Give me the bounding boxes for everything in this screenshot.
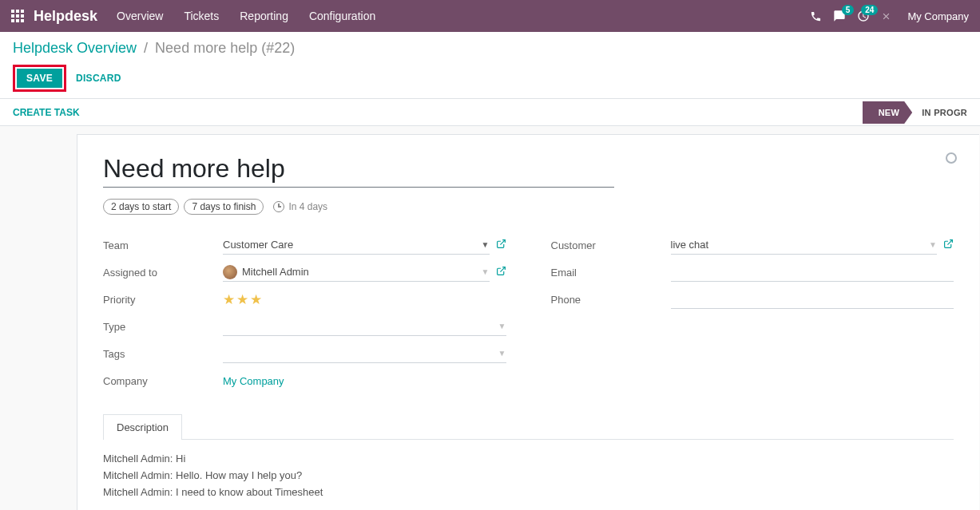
menu-reporting[interactable]: Reporting xyxy=(240,10,288,22)
save-button[interactable]: SAVE xyxy=(17,69,62,88)
team-label: Team xyxy=(103,239,223,251)
team-field[interactable]: ▼ xyxy=(223,235,490,255)
assigned-external-link-icon[interactable] xyxy=(496,266,506,279)
breadcrumb-current: Need more help (#22) xyxy=(155,40,295,56)
ticket-title-input[interactable] xyxy=(103,154,614,188)
desc-line: Mitchell Admin: Hi xyxy=(103,451,954,468)
close-tray-icon[interactable] xyxy=(881,11,891,22)
status-bar: CREATE TASK NEW IN PROGR xyxy=(0,99,980,126)
assigned-input[interactable] xyxy=(242,266,482,278)
menu-overview[interactable]: Overview xyxy=(117,10,163,22)
sla-start-pill[interactable]: 2 days to start xyxy=(103,199,179,215)
phone-input[interactable] xyxy=(671,293,954,305)
customer-label: Customer xyxy=(551,239,671,251)
main-navbar: Helpdesk Overview Tickets Reporting Conf… xyxy=(0,0,980,32)
activity-icon[interactable]: 24 xyxy=(857,10,870,22)
star-icon[interactable]: ★ xyxy=(223,291,235,308)
sla-deadline: In 4 days xyxy=(288,201,327,212)
team-input[interactable] xyxy=(223,239,482,251)
chevron-down-icon[interactable]: ▼ xyxy=(498,322,506,330)
priority-field[interactable]: ★ ★ ★ xyxy=(223,290,506,309)
email-field[interactable] xyxy=(671,263,954,282)
kanban-state-icon[interactable] xyxy=(946,152,957,164)
customer-input[interactable] xyxy=(671,239,930,251)
breadcrumb-parent[interactable]: Helpdesk Overview xyxy=(13,40,137,56)
chat-icon[interactable]: 5 xyxy=(833,10,846,22)
chat-badge: 5 xyxy=(842,5,855,15)
company-switcher[interactable]: My Company xyxy=(907,10,969,22)
create-task-button[interactable]: CREATE TASK xyxy=(13,107,80,118)
menu-configuration[interactable]: Configuration xyxy=(309,10,375,22)
type-label: Type xyxy=(103,321,223,333)
stage-in-progress[interactable]: IN PROGR xyxy=(906,101,980,124)
clock-icon xyxy=(273,201,284,212)
description-body[interactable]: Mitchell Admin: Hi Mitchell Admin: Hello… xyxy=(103,451,954,500)
sla-finish-pill[interactable]: 7 days to finish xyxy=(184,199,264,215)
chevron-down-icon[interactable]: ▼ xyxy=(482,240,490,249)
phone-label: Phone xyxy=(551,294,671,306)
star-icon[interactable]: ★ xyxy=(250,291,262,308)
email-input[interactable] xyxy=(671,266,954,278)
customer-external-link-icon[interactable] xyxy=(943,239,954,251)
avatar xyxy=(223,265,237,279)
team-external-link-icon[interactable] xyxy=(496,239,506,251)
customer-field[interactable]: ▼ xyxy=(671,235,938,255)
chevron-down-icon[interactable]: ▼ xyxy=(929,240,937,249)
save-highlight: SAVE xyxy=(13,65,66,92)
svg-line-0 xyxy=(500,240,505,245)
app-brand[interactable]: Helpdesk xyxy=(34,8,97,25)
desc-line: Mitchell Admin: I need to know about Tim… xyxy=(103,484,954,501)
tags-input[interactable] xyxy=(223,347,498,359)
discard-button[interactable]: DISCARD xyxy=(76,73,121,84)
svg-line-2 xyxy=(947,240,952,245)
tab-description[interactable]: Description xyxy=(103,414,182,440)
apps-icon[interactable] xyxy=(11,10,24,22)
type-field[interactable]: ▼ xyxy=(223,317,506,336)
assigned-field[interactable]: ▼ xyxy=(223,263,490,282)
star-icon[interactable]: ★ xyxy=(236,291,248,308)
chevron-down-icon[interactable]: ▼ xyxy=(498,349,506,358)
control-panel: Helpdesk Overview / Need more help (#22)… xyxy=(0,32,980,99)
assigned-label: Assigned to xyxy=(103,267,223,279)
tags-field[interactable]: ▼ xyxy=(223,344,506,363)
top-menu: Overview Tickets Reporting Configuration xyxy=(117,10,375,22)
tags-label: Tags xyxy=(103,348,223,360)
activity-badge: 24 xyxy=(861,5,878,15)
email-label: Email xyxy=(551,267,671,279)
priority-label: Priority xyxy=(103,294,223,306)
phone-field[interactable] xyxy=(671,290,954,309)
type-input[interactable] xyxy=(223,320,498,332)
desc-line: Mitchell Admin: Hello. How may I help yo… xyxy=(103,468,954,484)
breadcrumb: Helpdesk Overview / Need more help (#22) xyxy=(13,40,967,57)
form-sheet: 2 days to start 7 days to finish In 4 da… xyxy=(77,134,979,510)
company-label: Company xyxy=(103,375,223,387)
menu-tickets[interactable]: Tickets xyxy=(184,10,219,22)
phone-icon[interactable] xyxy=(810,10,822,22)
stage-new[interactable]: NEW xyxy=(863,101,913,124)
stage-bar: NEW IN PROGR xyxy=(869,99,980,126)
svg-line-1 xyxy=(500,267,505,272)
company-link[interactable]: My Company xyxy=(223,375,284,387)
chevron-down-icon[interactable]: ▼ xyxy=(482,267,490,276)
company-field: My Company xyxy=(223,371,506,390)
